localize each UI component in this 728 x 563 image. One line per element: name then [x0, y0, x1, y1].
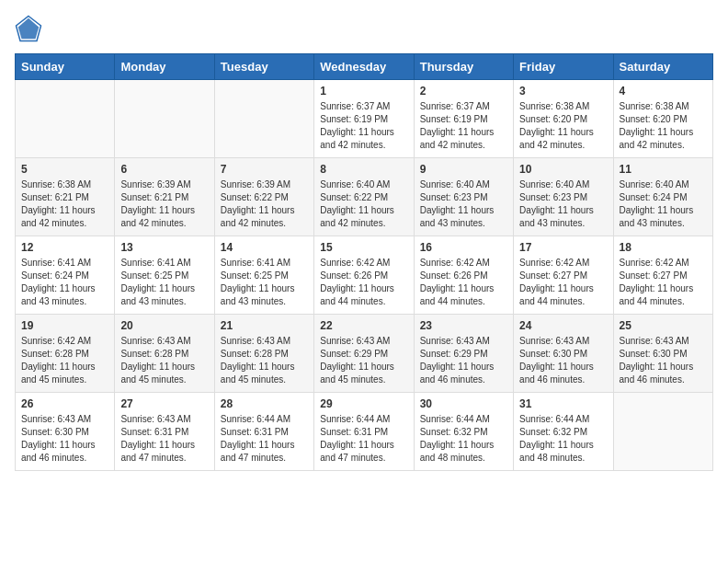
day-info: Sunrise: 6:39 AM Sunset: 6:21 PM Dayligh…	[120, 178, 208, 230]
day-number: 23	[420, 319, 507, 332]
day-number: 29	[320, 397, 407, 410]
day-info: Sunrise: 6:43 AM Sunset: 6:28 PM Dayligh…	[120, 335, 208, 386]
day-number: 2	[420, 85, 507, 98]
calendar-cell: 20Sunrise: 6:43 AM Sunset: 6:28 PM Dayli…	[115, 315, 214, 393]
day-number: 10	[519, 163, 607, 176]
calendar-cell	[214, 80, 313, 158]
day-info: Sunrise: 6:43 AM Sunset: 6:28 PM Dayligh…	[221, 335, 308, 386]
calendar-cell: 30Sunrise: 6:44 AM Sunset: 6:32 PM Dayli…	[414, 393, 513, 471]
day-number: 22	[320, 319, 407, 332]
day-info: Sunrise: 6:44 AM Sunset: 6:32 PM Dayligh…	[420, 413, 507, 465]
day-number: 20	[120, 319, 208, 332]
calendar-cell: 9Sunrise: 6:40 AM Sunset: 6:23 PM Daylig…	[414, 158, 513, 236]
calendar-week-row: 5Sunrise: 6:38 AM Sunset: 6:21 PM Daylig…	[16, 158, 713, 236]
calendar-cell: 26Sunrise: 6:43 AM Sunset: 6:30 PM Dayli…	[16, 393, 115, 471]
day-number: 4	[620, 85, 707, 98]
day-number: 31	[519, 397, 607, 410]
day-info: Sunrise: 6:41 AM Sunset: 6:25 PM Dayligh…	[120, 257, 208, 308]
col-header-thursday: Thursday	[414, 54, 513, 80]
calendar-cell: 7Sunrise: 6:39 AM Sunset: 6:22 PM Daylig…	[214, 158, 313, 236]
day-info: Sunrise: 6:43 AM Sunset: 6:30 PM Dayligh…	[620, 335, 707, 386]
day-number: 8	[320, 163, 407, 176]
col-header-wednesday: Wednesday	[314, 54, 414, 80]
calendar-cell	[16, 80, 115, 158]
calendar-cell: 29Sunrise: 6:44 AM Sunset: 6:31 PM Dayli…	[314, 393, 414, 471]
calendar-cell: 15Sunrise: 6:42 AM Sunset: 6:26 PM Dayli…	[314, 236, 414, 315]
day-info: Sunrise: 6:41 AM Sunset: 6:25 PM Dayligh…	[221, 257, 308, 308]
col-header-saturday: Saturday	[613, 54, 712, 80]
day-number: 6	[120, 163, 208, 176]
day-info: Sunrise: 6:43 AM Sunset: 6:31 PM Dayligh…	[120, 413, 208, 465]
day-info: Sunrise: 6:43 AM Sunset: 6:29 PM Dayligh…	[420, 335, 507, 386]
calendar-cell: 13Sunrise: 6:41 AM Sunset: 6:25 PM Dayli…	[115, 236, 214, 315]
day-info: Sunrise: 6:39 AM Sunset: 6:22 PM Dayligh…	[221, 178, 308, 230]
calendar-cell: 8Sunrise: 6:40 AM Sunset: 6:22 PM Daylig…	[314, 158, 414, 236]
day-number: 3	[519, 85, 607, 98]
calendar-cell: 27Sunrise: 6:43 AM Sunset: 6:31 PM Dayli…	[115, 393, 214, 471]
calendar-cell: 31Sunrise: 6:44 AM Sunset: 6:32 PM Dayli…	[514, 393, 613, 471]
day-number: 15	[320, 241, 407, 254]
day-info: Sunrise: 6:38 AM Sunset: 6:20 PM Dayligh…	[620, 100, 707, 152]
day-info: Sunrise: 6:43 AM Sunset: 6:30 PM Dayligh…	[519, 335, 607, 386]
calendar-cell: 16Sunrise: 6:42 AM Sunset: 6:26 PM Dayli…	[414, 236, 513, 315]
day-number: 19	[21, 319, 108, 332]
calendar-cell: 5Sunrise: 6:38 AM Sunset: 6:21 PM Daylig…	[16, 158, 115, 236]
day-info: Sunrise: 6:42 AM Sunset: 6:26 PM Dayligh…	[420, 257, 507, 308]
calendar-cell: 12Sunrise: 6:41 AM Sunset: 6:24 PM Dayli…	[16, 236, 115, 315]
day-info: Sunrise: 6:37 AM Sunset: 6:19 PM Dayligh…	[320, 100, 407, 152]
day-info: Sunrise: 6:38 AM Sunset: 6:20 PM Dayligh…	[519, 100, 607, 152]
calendar-cell: 3Sunrise: 6:38 AM Sunset: 6:20 PM Daylig…	[514, 80, 613, 158]
day-number: 16	[420, 241, 507, 254]
day-number: 12	[21, 241, 108, 254]
day-info: Sunrise: 6:37 AM Sunset: 6:19 PM Dayligh…	[420, 100, 507, 152]
calendar-cell: 4Sunrise: 6:38 AM Sunset: 6:20 PM Daylig…	[613, 80, 712, 158]
calendar-cell: 23Sunrise: 6:43 AM Sunset: 6:29 PM Dayli…	[414, 315, 513, 393]
day-number: 28	[221, 397, 308, 410]
calendar-cell: 17Sunrise: 6:42 AM Sunset: 6:27 PM Dayli…	[514, 236, 613, 315]
calendar-table: SundayMondayTuesdayWednesdayThursdayFrid…	[15, 53, 713, 471]
day-number: 14	[221, 241, 308, 254]
day-number: 5	[21, 163, 108, 176]
calendar-cell: 11Sunrise: 6:40 AM Sunset: 6:24 PM Dayli…	[613, 158, 712, 236]
day-info: Sunrise: 6:40 AM Sunset: 6:23 PM Dayligh…	[519, 178, 607, 230]
day-info: Sunrise: 6:44 AM Sunset: 6:31 PM Dayligh…	[221, 413, 308, 465]
page-header	[15, 15, 713, 42]
calendar-cell: 18Sunrise: 6:42 AM Sunset: 6:27 PM Dayli…	[613, 236, 712, 315]
calendar-cell: 19Sunrise: 6:42 AM Sunset: 6:28 PM Dayli…	[16, 315, 115, 393]
calendar-week-row: 26Sunrise: 6:43 AM Sunset: 6:30 PM Dayli…	[16, 393, 713, 471]
day-number: 7	[221, 163, 308, 176]
calendar-week-row: 19Sunrise: 6:42 AM Sunset: 6:28 PM Dayli…	[16, 315, 713, 393]
calendar-cell: 25Sunrise: 6:43 AM Sunset: 6:30 PM Dayli…	[613, 315, 712, 393]
calendar-week-row: 1Sunrise: 6:37 AM Sunset: 6:19 PM Daylig…	[16, 80, 713, 158]
calendar-cell: 14Sunrise: 6:41 AM Sunset: 6:25 PM Dayli…	[214, 236, 313, 315]
day-number: 13	[120, 241, 208, 254]
calendar-cell: 10Sunrise: 6:40 AM Sunset: 6:23 PM Dayli…	[514, 158, 613, 236]
day-info: Sunrise: 6:43 AM Sunset: 6:29 PM Dayligh…	[320, 335, 407, 386]
day-info: Sunrise: 6:44 AM Sunset: 6:31 PM Dayligh…	[320, 413, 407, 465]
calendar-cell: 22Sunrise: 6:43 AM Sunset: 6:29 PM Dayli…	[314, 315, 414, 393]
calendar-cell	[613, 393, 712, 471]
col-header-tuesday: Tuesday	[214, 54, 313, 80]
day-number: 27	[120, 397, 208, 410]
calendar-cell: 6Sunrise: 6:39 AM Sunset: 6:21 PM Daylig…	[115, 158, 214, 236]
day-info: Sunrise: 6:42 AM Sunset: 6:28 PM Dayligh…	[21, 335, 108, 386]
col-header-monday: Monday	[115, 54, 214, 80]
day-info: Sunrise: 6:41 AM Sunset: 6:24 PM Dayligh…	[21, 257, 108, 308]
day-number: 9	[420, 163, 507, 176]
calendar-body: 1Sunrise: 6:37 AM Sunset: 6:19 PM Daylig…	[16, 80, 713, 471]
day-info: Sunrise: 6:40 AM Sunset: 6:23 PM Dayligh…	[420, 178, 507, 230]
day-number: 26	[21, 397, 108, 410]
day-number: 30	[420, 397, 507, 410]
day-number: 21	[221, 319, 308, 332]
calendar-cell: 2Sunrise: 6:37 AM Sunset: 6:19 PM Daylig…	[414, 80, 513, 158]
day-info: Sunrise: 6:42 AM Sunset: 6:26 PM Dayligh…	[320, 257, 407, 308]
calendar-cell: 28Sunrise: 6:44 AM Sunset: 6:31 PM Dayli…	[214, 393, 313, 471]
day-number: 1	[320, 85, 407, 98]
day-info: Sunrise: 6:43 AM Sunset: 6:30 PM Dayligh…	[21, 413, 108, 465]
col-header-friday: Friday	[514, 54, 613, 80]
calendar-cell: 21Sunrise: 6:43 AM Sunset: 6:28 PM Dayli…	[214, 315, 313, 393]
day-info: Sunrise: 6:42 AM Sunset: 6:27 PM Dayligh…	[519, 257, 607, 308]
logo	[15, 15, 46, 42]
day-number: 24	[519, 319, 607, 332]
logo-icon	[15, 15, 42, 42]
